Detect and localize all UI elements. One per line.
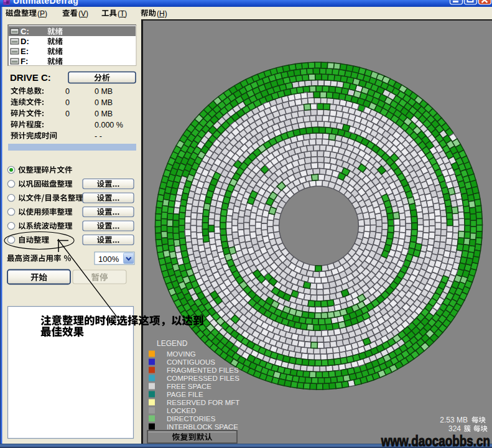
svg-text:UltimateDefrag: UltimateDefrag <box>13 0 78 6</box>
svg-text:C:: C: <box>21 27 29 36</box>
svg-text:FRAGMENTED FILES: FRAGMENTED FILES <box>167 366 239 374</box>
svg-text:0: 0 <box>65 87 70 96</box>
svg-text:0: 0 <box>65 98 70 107</box>
svg-text:0 MB: 0 MB <box>95 110 113 118</box>
svg-text:(T): (T) <box>118 9 127 18</box>
svg-text:RESERVED FOR MFT: RESERVED FOR MFT <box>167 399 239 406</box>
svg-text:100%: 100% <box>98 254 119 264</box>
svg-text:COMPRESSED FILES: COMPRESSED FILES <box>167 375 239 382</box>
svg-text:INTERBLOCK SPACE: INTERBLOCK SPACE <box>167 423 238 431</box>
svg-text:2.53 MB: 2.53 MB <box>440 416 468 424</box>
svg-text:E:: E: <box>21 47 29 56</box>
svg-text:LEGEND: LEGEND <box>157 339 188 348</box>
svg-text:F:: F: <box>21 57 28 66</box>
svg-text:PAGE FILE: PAGE FILE <box>167 391 203 398</box>
svg-text:(P): (P) <box>37 9 47 18</box>
svg-text:CONTIGUOUS: CONTIGUOUS <box>167 358 215 366</box>
svg-text:0.000 %: 0.000 % <box>95 121 123 129</box>
svg-text:0 MB: 0 MB <box>95 87 113 96</box>
svg-text:MOVING: MOVING <box>167 350 196 358</box>
svg-text:(H): (H) <box>157 9 167 18</box>
svg-text:324: 324 <box>448 424 461 433</box>
svg-text:- -: - - <box>95 132 102 141</box>
svg-text:DIRECTORIES: DIRECTORIES <box>167 415 216 422</box>
svg-text:0: 0 <box>65 110 70 118</box>
svg-text:DRIVE C:: DRIVE C: <box>10 72 51 83</box>
svg-text:0 MB: 0 MB <box>95 98 113 107</box>
svg-text:FREE SPACE: FREE SPACE <box>167 383 211 390</box>
svg-text:D:: D: <box>21 37 29 46</box>
svg-text:www.daocaobbs.cn: www.daocaobbs.cn <box>381 433 490 448</box>
svg-text:(V): (V) <box>78 9 88 18</box>
svg-text:LOCKED: LOCKED <box>167 407 196 414</box>
